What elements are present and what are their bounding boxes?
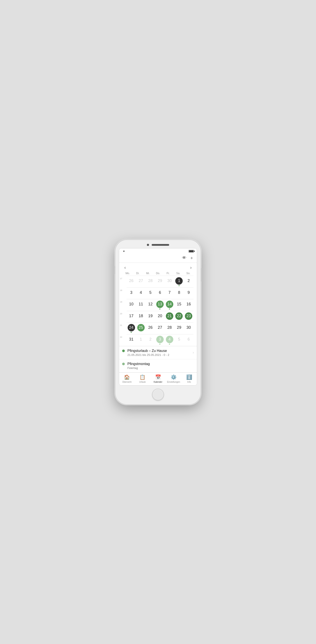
tab-icon-2: 📅 — [155, 374, 161, 380]
phone-top-bar — [119, 244, 197, 246]
day-number: 26 — [128, 277, 135, 285]
day-number: 30 — [166, 277, 173, 285]
day-cell[interactable]: 2 — [146, 334, 155, 346]
day-cell[interactable]: 21 — [165, 311, 174, 322]
day-cell[interactable]: 3 — [155, 334, 165, 346]
weekday-do: Do. — [153, 271, 163, 276]
day-cell[interactable]: 3 — [126, 288, 136, 299]
weekday-mi: Mi. — [143, 271, 153, 276]
chevron-right-icon: › — [193, 350, 194, 354]
day-cell[interactable]: 15 — [174, 299, 184, 311]
week-row-wrapper: 17262728293012 — [122, 276, 194, 288]
phone-frame: ▾ 👁 ＋ ‹ › — [116, 240, 200, 404]
day-number: 15 — [175, 300, 183, 308]
day-cell[interactable]: 27 — [155, 323, 165, 334]
phone-screen: ▾ 👁 ＋ ‹ › — [119, 248, 197, 386]
day-number: 13 — [156, 300, 164, 308]
week-number: 17 — [119, 278, 122, 280]
eye-icon[interactable]: 👁 — [182, 255, 186, 260]
day-number: 4 — [137, 289, 145, 296]
day-cell[interactable]: 11 — [136, 299, 146, 311]
day-cell[interactable]: 25 — [136, 323, 146, 334]
tab-icon-4: ℹ️ — [186, 374, 192, 380]
day-cell[interactable]: 26 — [146, 323, 155, 334]
day-cell[interactable]: 1 — [174, 276, 184, 288]
day-number: 18 — [137, 312, 145, 320]
day-cell[interactable]: 13 — [155, 299, 165, 311]
day-cell[interactable]: 14 — [165, 299, 174, 311]
day-cell[interactable]: 19 — [146, 311, 155, 322]
prev-month-button[interactable]: ‹ — [123, 265, 127, 270]
event-item[interactable]: PfingstmontagFeiertag — [119, 359, 197, 372]
tab-übersicht[interactable]: 🏠Übersicht — [119, 374, 134, 383]
add-icon[interactable]: ＋ — [190, 255, 194, 261]
day-number: 29 — [156, 277, 164, 285]
status-bar: ▾ — [119, 248, 197, 254]
day-cell[interactable]: 28 — [165, 323, 174, 334]
day-cell[interactable]: 12 — [146, 299, 155, 311]
event-content: PfingstmontagFeiertag — [128, 362, 194, 370]
day-cell[interactable]: 26 — [126, 276, 136, 288]
day-number: 3 — [128, 289, 135, 296]
event-dot — [169, 308, 170, 310]
day-cell[interactable]: 27 — [136, 276, 146, 288]
calendar-wrapper: Mo. Di. Mi. Do. Fr. Sa. So. 172627282930… — [119, 271, 197, 346]
day-cell[interactable]: 18 — [136, 311, 146, 322]
day-cell[interactable]: 5 — [174, 334, 184, 346]
day-number: 23 — [185, 312, 192, 320]
day-cell[interactable]: 20 — [155, 311, 165, 322]
tab-icon-1: 📋 — [140, 374, 145, 380]
day-cell[interactable]: 6 — [155, 288, 165, 299]
week-row: 262728293012 — [126, 276, 194, 288]
day-number: 31 — [128, 336, 135, 343]
home-button[interactable] — [152, 389, 164, 400]
day-number: 25 — [137, 324, 145, 332]
event-dot — [169, 344, 170, 345]
day-number: 6 — [185, 336, 192, 343]
week-row: 10111213141516 — [126, 299, 194, 311]
day-number: 27 — [137, 277, 145, 285]
day-number: 10 — [128, 300, 135, 308]
week-row-wrapper: 2124252627282930 — [122, 322, 194, 334]
event-color-dot — [122, 350, 125, 352]
day-cell[interactable]: 24 — [126, 323, 136, 334]
day-cell[interactable]: 29 — [174, 323, 184, 334]
next-month-button[interactable]: › — [189, 265, 193, 270]
tab-urlaub[interactable]: 📋Urlaub — [134, 374, 150, 383]
day-cell[interactable]: 1 — [136, 334, 146, 346]
day-cell[interactable]: 28 — [146, 276, 155, 288]
day-cell[interactable]: 22 — [174, 311, 184, 322]
day-cell[interactable]: 17 — [126, 311, 136, 322]
tab-label-4: Info — [187, 381, 191, 383]
day-cell[interactable]: 29 — [155, 276, 165, 288]
tab-einstellungen[interactable]: ⚙️Einstellungen — [166, 374, 182, 383]
day-cell[interactable]: 8 — [174, 288, 184, 299]
day-cell[interactable]: 23 — [184, 311, 194, 322]
day-cell[interactable]: 2 — [184, 276, 194, 288]
week-number: 21 — [119, 324, 122, 326]
day-number: 1 — [137, 336, 145, 343]
day-cell[interactable]: 30 — [165, 276, 174, 288]
day-cell[interactable]: 6 — [184, 334, 194, 346]
day-number: 1 — [175, 277, 183, 285]
calendar-grid: 1726272829301218345678919101112131415162… — [121, 276, 195, 346]
day-cell[interactable]: 16 — [184, 299, 194, 311]
tab-kalender[interactable]: 📅Kalender — [150, 374, 166, 383]
day-cell[interactable]: 31 — [126, 334, 136, 346]
nav-header: 👁 ＋ — [119, 254, 197, 263]
day-number: 17 — [128, 312, 135, 320]
day-cell[interactable]: 30 — [184, 323, 194, 334]
day-cell[interactable]: 10 — [126, 299, 136, 311]
week-row: 17181920212223 — [126, 311, 194, 322]
power-button — [201, 268, 202, 281]
day-cell[interactable]: 9 — [184, 288, 194, 299]
tab-info[interactable]: ℹ️Info — [182, 374, 197, 383]
day-cell[interactable]: 4 — [165, 334, 174, 346]
day-cell[interactable]: 7 — [165, 288, 174, 299]
day-number: 19 — [147, 312, 154, 320]
weekday-header: Mo. Di. Mi. Do. Fr. Sa. So. — [121, 271, 195, 276]
event-item[interactable]: Pfingsturlaub – Zu Hause21.05.2021 bis 2… — [119, 346, 197, 359]
day-cell[interactable]: 5 — [146, 288, 155, 299]
day-cell[interactable]: 4 — [136, 288, 146, 299]
tab-label-2: Kalender — [154, 381, 162, 383]
